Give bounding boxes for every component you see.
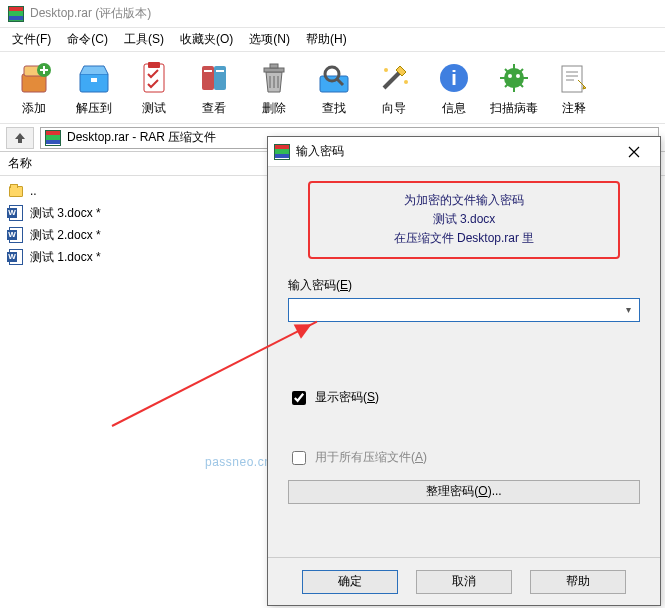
comment-icon bbox=[554, 58, 594, 98]
dialog-message: 为加密的文件输入密码 测试 3.docx 在压缩文件 Desktop.rar 里 bbox=[308, 181, 620, 259]
info-icon: i bbox=[434, 58, 474, 98]
svg-rect-10 bbox=[264, 68, 284, 72]
toolbar-delete[interactable]: 删除 bbox=[244, 56, 304, 117]
toolbar-comment-label: 注释 bbox=[562, 100, 586, 117]
toolbar-extract-label: 解压到 bbox=[76, 100, 112, 117]
toolbar-add-label: 添加 bbox=[22, 100, 46, 117]
menu-file[interactable]: 文件(F) bbox=[4, 29, 59, 50]
folder-icon bbox=[8, 183, 24, 199]
toolbar-info[interactable]: i 信息 bbox=[424, 56, 484, 117]
wizard-icon bbox=[374, 58, 414, 98]
toolbar-info-label: 信息 bbox=[442, 100, 466, 117]
menubar: 文件(F) 命令(C) 工具(S) 收藏夹(O) 选项(N) 帮助(H) bbox=[0, 28, 665, 52]
svg-rect-9 bbox=[216, 70, 224, 72]
dialog-titlebar: 输入密码 bbox=[268, 137, 660, 167]
file-name: 测试 1.docx * bbox=[30, 249, 101, 266]
svg-text:i: i bbox=[451, 67, 457, 89]
svg-point-15 bbox=[404, 80, 408, 84]
toolbar-wizard[interactable]: 向导 bbox=[364, 56, 424, 117]
up-arrow-icon bbox=[13, 131, 27, 145]
file-name: 测试 3.docx * bbox=[30, 205, 101, 222]
use-for-all-row[interactable]: 用于所有压缩文件(A) bbox=[288, 448, 640, 468]
window-title: Desktop.rar (评估版本) bbox=[30, 5, 151, 22]
show-password-label: 显示密码(S) bbox=[315, 389, 379, 406]
toolbar-find-label: 查找 bbox=[322, 100, 346, 117]
svg-rect-6 bbox=[202, 66, 214, 90]
close-button[interactable] bbox=[614, 138, 654, 166]
docx-icon bbox=[8, 205, 24, 221]
msg-line: 为加密的文件输入密码 bbox=[324, 191, 604, 210]
password-dialog: 输入密码 为加密的文件输入密码 测试 3.docx 在压缩文件 Desktop.… bbox=[267, 136, 661, 606]
dialog-title: 输入密码 bbox=[296, 143, 614, 160]
svg-rect-11 bbox=[270, 64, 278, 68]
find-icon bbox=[314, 58, 354, 98]
menu-options[interactable]: 选项(N) bbox=[241, 29, 298, 50]
add-icon bbox=[14, 58, 54, 98]
toolbar-test-label: 测试 bbox=[142, 100, 166, 117]
menu-tools[interactable]: 工具(S) bbox=[116, 29, 172, 50]
up-button[interactable] bbox=[6, 127, 34, 149]
svg-rect-8 bbox=[204, 70, 212, 72]
extract-icon bbox=[74, 58, 114, 98]
docx-icon bbox=[8, 249, 24, 265]
toolbar-scan-label: 扫描病毒 bbox=[490, 100, 538, 117]
address-text: Desktop.rar - RAR 压缩文件 bbox=[67, 129, 216, 146]
winrar-icon bbox=[274, 144, 290, 160]
svg-point-20 bbox=[516, 74, 520, 78]
delete-icon bbox=[254, 58, 294, 98]
svg-rect-5 bbox=[148, 62, 160, 68]
titlebar: Desktop.rar (评估版本) bbox=[0, 0, 665, 28]
cancel-button[interactable]: 取消 bbox=[416, 570, 512, 594]
svg-rect-7 bbox=[214, 66, 226, 90]
show-password-checkbox[interactable] bbox=[292, 391, 306, 405]
password-label: 输入密码(E) bbox=[288, 277, 640, 294]
file-name: 测试 2.docx * bbox=[30, 227, 101, 244]
toolbar-wizard-label: 向导 bbox=[382, 100, 406, 117]
file-name: .. bbox=[30, 184, 37, 198]
column-name: 名称 bbox=[8, 155, 32, 172]
menu-favorites[interactable]: 收藏夹(O) bbox=[172, 29, 241, 50]
toolbar-scan[interactable]: 扫描病毒 bbox=[484, 56, 544, 117]
dialog-buttons: 确定 取消 帮助 bbox=[268, 557, 660, 605]
watermark: passneo.cn bbox=[205, 455, 271, 469]
password-input[interactable] bbox=[289, 299, 639, 321]
svg-rect-21 bbox=[562, 66, 582, 92]
docx-icon bbox=[8, 227, 24, 243]
winrar-icon bbox=[8, 6, 24, 22]
use-for-all-checkbox[interactable] bbox=[292, 451, 306, 465]
svg-rect-4 bbox=[144, 64, 164, 92]
use-for-all-label: 用于所有压缩文件(A) bbox=[315, 449, 427, 466]
view-icon bbox=[194, 58, 234, 98]
help-button[interactable]: 帮助 bbox=[530, 570, 626, 594]
toolbar-find[interactable]: 查找 bbox=[304, 56, 364, 117]
dialog-body: 为加密的文件输入密码 测试 3.docx 在压缩文件 Desktop.rar 里… bbox=[268, 167, 660, 557]
organize-passwords-button[interactable]: 整理密码(O)... bbox=[288, 480, 640, 504]
svg-rect-3 bbox=[91, 78, 97, 82]
svg-point-14 bbox=[384, 68, 388, 72]
menu-command[interactable]: 命令(C) bbox=[59, 29, 116, 50]
toolbar-comment[interactable]: 注释 bbox=[544, 56, 604, 117]
svg-point-19 bbox=[508, 74, 512, 78]
toolbar-test[interactable]: 测试 bbox=[124, 56, 184, 117]
ok-button[interactable]: 确定 bbox=[302, 570, 398, 594]
archive-icon bbox=[45, 130, 61, 146]
show-password-row[interactable]: 显示密码(S) bbox=[288, 388, 640, 408]
virus-icon bbox=[494, 58, 534, 98]
toolbar-extract[interactable]: 解压到 bbox=[64, 56, 124, 117]
toolbar-delete-label: 删除 bbox=[262, 100, 286, 117]
menu-help[interactable]: 帮助(H) bbox=[298, 29, 355, 50]
msg-line: 在压缩文件 Desktop.rar 里 bbox=[324, 229, 604, 248]
toolbar: 添加 解压到 测试 查看 删除 查找 向导 i 信息 扫描病毒 注释 bbox=[0, 52, 665, 124]
toolbar-view-label: 查看 bbox=[202, 100, 226, 117]
password-input-wrapper: ▾ bbox=[288, 298, 640, 322]
test-icon bbox=[134, 58, 174, 98]
toolbar-view[interactable]: 查看 bbox=[184, 56, 244, 117]
msg-line: 测试 3.docx bbox=[324, 210, 604, 229]
toolbar-add[interactable]: 添加 bbox=[4, 56, 64, 117]
close-icon bbox=[628, 146, 640, 158]
